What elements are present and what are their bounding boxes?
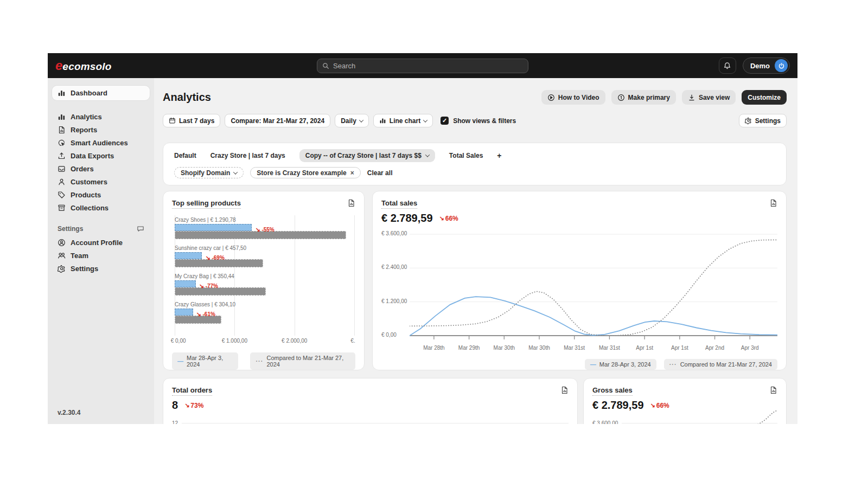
remove-chip-icon[interactable]: × [350,169,354,177]
x-tick-label: Mar 30th [494,345,515,351]
filter-chip-store[interactable]: Store is Crazy Store example × [250,167,360,178]
bell-icon [723,62,731,70]
gear-icon [745,117,752,124]
line-chart-plot[interactable]: € 3.600,00 € 2.400,00 € 1.200,00 € 0,00 … [381,230,777,351]
bar-chart-x-axis: € 0,00 € 1.000,00 € 2.000,00 €. [175,338,354,345]
filter-settings-button[interactable]: Settings [739,114,787,127]
x-tick-label: Apr 1st [671,345,688,351]
compare-range-button[interactable]: Compare: Mar 21-Mar 27, 2024 [225,114,330,127]
bar-change-badge: ↘ -61% [193,311,215,318]
top-products-card: Top selling products Crazy Shoes | € 1.2… [163,191,365,370]
chevron-down-icon [233,170,238,174]
sidebar-item-collections[interactable]: Collections [52,201,150,214]
down-arrow-icon: ↘ [199,282,204,289]
date-range-label: Last 7 days [179,117,214,125]
save-view-button[interactable]: Save view [682,90,736,105]
export-button[interactable] [560,386,569,394]
export-button[interactable] [347,199,355,207]
y-tick-label: € 3.600,00 [592,420,618,424]
sidebar-item-label: Reports [71,126,97,134]
bar-chart-plot[interactable]: Crazy Shoes | € 1.290,78↘ -55%Sunshine c… [175,215,354,336]
bar-group: Crazy Glasses | € 304,10↘ -61% [175,301,354,324]
make-primary-button[interactable]: Make primary [611,90,676,105]
show-views-checkbox[interactable]: ✓ Show views & filters [441,117,516,125]
save-view-label: Save view [699,94,730,101]
compare-period-bar[interactable] [175,287,266,296]
document-icon [58,126,66,134]
total-sales-chart[interactable] [410,230,777,344]
legend-compare-period[interactable]: ···Compared to Mar 21-Mar 27, 2024 [664,359,777,370]
search-box[interactable] [317,59,528,73]
bar-chart-icon [58,89,66,97]
sidebar-item-label: Smart Audiences [71,139,128,147]
current-period-bar[interactable] [175,252,202,259]
export-icon [769,386,777,394]
user-menu-button[interactable]: Demo [743,57,790,74]
sidebar-item-reports[interactable]: Reports [52,123,150,136]
down-arrow-icon: ↘ [205,254,210,261]
bar-change-badge: ↘ -77% [196,282,218,290]
app-window: eecomsolo Demo [48,53,797,424]
logo-e-icon: e [55,59,62,72]
logo[interactable]: eecomsolo [55,59,112,73]
filter-chip-shopify-domain[interactable]: Shopify Domain [174,167,244,178]
current-period-bar[interactable] [175,224,252,231]
legend-current-period[interactable]: —Mar 28-Apr 3, 2024 [172,352,238,370]
sidebar-item-label: Dashboard [71,89,107,97]
view-tab-total-sales[interactable]: Total Sales [449,152,483,159]
export-button[interactable] [769,199,777,207]
sidebar-item-data-exports[interactable]: Data Exports [52,149,150,162]
how-to-video-label: How to Video [558,94,599,101]
search-input[interactable] [333,62,523,70]
view-tab-default[interactable]: Default [174,152,196,159]
down-arrow-icon: ↘ [196,311,201,317]
sidebar-item-account-profile[interactable]: Account Profile [52,236,150,249]
sidebar-item-smart-audiences[interactable]: Smart Audiences [52,136,150,149]
add-view-button[interactable]: + [497,151,501,160]
bar-change-badge: ↘ -55% [252,226,274,233]
how-to-video-button[interactable]: How to Video [541,90,605,105]
y-tick-label: 12 [172,420,178,424]
sidebar-item-label: Settings [71,265,98,273]
sidebar: Dashboard Analytics Reports Smart Audien… [48,78,154,424]
person-icon [58,178,66,186]
view-tab-copy-selected[interactable]: Copy -- of Crazy Store | last 7 days $$ [299,149,435,162]
total-sales-change: ↘66% [439,215,458,222]
down-arrow-icon: ↘ [650,402,655,409]
user-label: Demo [750,62,770,70]
legend-current-period[interactable]: —Mar 28-Apr 3, 2024 [585,359,656,370]
clear-all-button[interactable]: Clear all [367,169,393,177]
total-sales-value: € 2.789,59 [381,212,433,224]
current-period-bar[interactable] [175,280,196,287]
date-range-button[interactable]: Last 7 days [163,114,220,127]
sidebar-item-settings[interactable]: Settings [52,262,150,275]
sidebar-item-dashboard[interactable]: Dashboard [52,86,150,100]
chevron-down-icon [425,152,430,157]
sidebar-item-orders[interactable]: Orders [52,162,150,175]
down-arrow-icon: ↘ [184,402,189,409]
export-button[interactable] [769,386,777,394]
gross-sales-sparkline [745,410,778,424]
sidebar-item-customers[interactable]: Customers [52,175,150,188]
customize-button[interactable]: Customize [742,90,787,105]
legend-compare-period[interactable]: ···Compared to Mar 21-Mar 27, 2024 [250,352,355,370]
chart-type-dropdown[interactable]: Line chart [373,114,433,127]
team-icon [58,252,66,260]
view-tab-crazy-store[interactable]: Crazy Store | last 7 days [210,152,285,159]
card-title: Gross sales [592,386,633,396]
granularity-dropdown[interactable]: Daily [335,114,369,127]
current-period-bar[interactable] [175,309,193,316]
total-orders-card: Total orders 8 ↘73% 12 [163,378,578,424]
sidebar-item-products[interactable]: Products [52,188,150,201]
notifications-button[interactable] [719,57,736,74]
dotted-line-icon: ··· [256,358,263,364]
chip-label: Shopify Domain [181,169,230,177]
granularity-label: Daily [341,117,356,125]
sidebar-item-team[interactable]: Team [52,249,150,262]
x-tick-label: Apr 3rd [741,345,759,351]
logo-text: ecomsolo [62,61,111,73]
sidebar-item-analytics[interactable]: Analytics [52,110,150,123]
top-bar: eecomsolo Demo [48,53,797,78]
solid-line-icon: — [590,361,596,368]
chat-icon[interactable] [137,225,144,233]
